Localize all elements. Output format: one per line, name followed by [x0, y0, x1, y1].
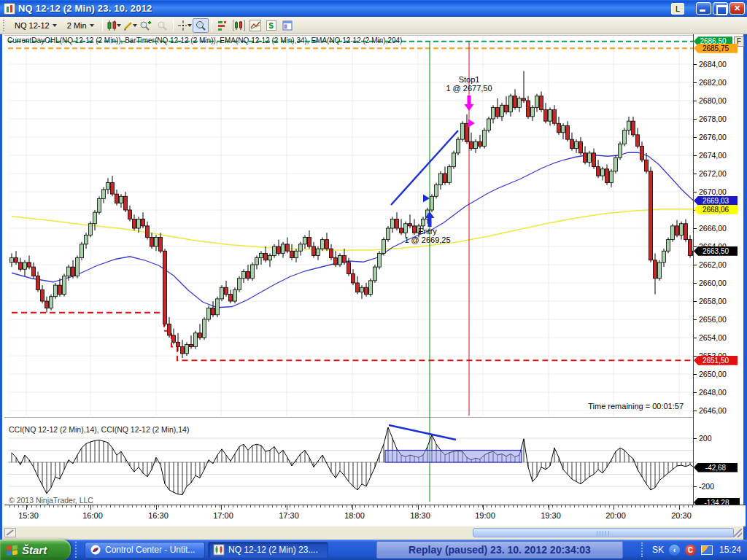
- time-axis[interactable]: 15:3016:0016:3017:0017:3018:0018:3019:00…: [4, 505, 746, 526]
- time-tick-label: 20:00: [600, 511, 632, 520]
- axis-tick-label: 2674,00: [699, 151, 727, 160]
- price-axis[interactable]: F 2684,002682,002680,002678,002676,00267…: [693, 34, 743, 526]
- chevron-down-icon: [117, 24, 121, 27]
- axis-tick: [694, 356, 697, 357]
- axis-tick-label: 2646,00: [699, 406, 727, 415]
- axis-tick-label: 200: [699, 434, 712, 443]
- tray-image-icon[interactable]: [701, 545, 713, 555]
- axis-tick: [694, 246, 697, 247]
- minimize-button[interactable]: [696, 2, 711, 15]
- horizontal-scrollbar-thumb[interactable]: [473, 528, 734, 537]
- axis-tick-label: 2658,00: [699, 297, 727, 306]
- chart-app-icon: [4, 3, 15, 15]
- time-major-tick: [90, 505, 91, 510]
- task-button-label: Control Center - Untit...: [105, 545, 195, 555]
- start-button[interactable]: Štart: [0, 540, 71, 560]
- control-center-button[interactable]: [279, 18, 295, 33]
- last-price-tag: 2663,50: [694, 246, 738, 256]
- maximize-button[interactable]: [713, 2, 728, 15]
- tray-divider: [641, 542, 647, 557]
- bar-timer-label: Time remaining = 00:01:57: [588, 402, 684, 411]
- axis-tick: [694, 82, 697, 83]
- axis-tick-label: 2648,00: [699, 388, 727, 397]
- axis-tick-label: 2684,00: [699, 60, 727, 69]
- cursor-mode-button[interactable]: [177, 18, 193, 33]
- replay-status-text: Replay (paused) 23. 10. 2012 20:34:03: [409, 544, 591, 556]
- chevron-down-icon: [133, 24, 137, 27]
- bottom-strip: [0, 526, 747, 540]
- zoom-out-button[interactable]: [154, 18, 170, 33]
- stop-detail: 1 @ 2677,50: [422, 84, 516, 93]
- stop-annotation: Stop1 1 @ 2677,50: [422, 75, 516, 93]
- chart-app-icon: [213, 544, 225, 556]
- axis-tick-label: 2680,00: [699, 96, 727, 105]
- start-label: Štart: [22, 544, 47, 556]
- cci-panel-indicator-label: CCI(NQ 12-12 (2 Min),14), CCI(NQ 12-12 (…: [9, 425, 189, 434]
- axis-tick-label: 2650,00: [699, 370, 727, 378]
- entry-annotation: Entry 1 @ 2669,25: [380, 227, 475, 244]
- replay-status-bar[interactable]: Replay (paused) 23. 10. 2012 20:34:03: [376, 541, 623, 559]
- instrument-dropdown[interactable]: NQ 12-12: [9, 19, 62, 32]
- close-button[interactable]: ✕: [729, 2, 745, 15]
- taskbar-clock: 15:24: [719, 545, 741, 555]
- axis-tick: [694, 486, 697, 487]
- link-button[interactable]: L: [671, 3, 684, 15]
- chart-style-button[interactable]: [106, 18, 122, 33]
- tray-app-icon[interactable]: C: [685, 545, 696, 556]
- chart-toolbar: NQ 12-12 2 Min: [0, 17, 747, 34]
- hide-icons-chevron[interactable]: ‹: [669, 545, 680, 556]
- axis-tick: [694, 155, 697, 156]
- drawing-tools-button[interactable]: [122, 18, 138, 33]
- chart-area[interactable]: CurrentDayOHL(NQ 12-12 (2 Min)), BarTime…: [0, 34, 747, 540]
- axis-tick: [694, 411, 697, 411]
- data-box-button[interactable]: [193, 18, 209, 33]
- pencil-icon: [5, 529, 15, 537]
- account-data-button[interactable]: $: [263, 18, 279, 33]
- axis-tick: [694, 137, 697, 138]
- chart-canvas[interactable]: [4, 35, 695, 505]
- ninjatrader-chart-window: NQ 12-12 (2 Min) 23. 10. 2012 L ✕ NQ 12-…: [0, 0, 747, 560]
- toolbar-grip[interactable]: [3, 20, 7, 31]
- candlestick-icon: [107, 20, 116, 31]
- period-label: 2 Min: [67, 21, 87, 30]
- axis-tick-label: 2678,00: [699, 114, 727, 123]
- task-button-chart[interactable]: NQ 12-12 (2 Min) 23....: [208, 542, 328, 559]
- magnifier-icon: [195, 20, 206, 31]
- axis-tick: [694, 338, 697, 338]
- pencil-icon: [123, 20, 132, 31]
- task-button-control-center[interactable]: Control Center - Untit...: [85, 542, 205, 559]
- time-major-tick: [614, 505, 614, 510]
- axis-tick: [694, 174, 697, 174]
- time-tick-label: 19:00: [469, 511, 501, 520]
- window-title: NQ 12-12 (2 Min) 23. 10. 2012: [18, 3, 152, 14]
- language-indicator[interactable]: SK: [652, 545, 664, 555]
- axis-tick: [694, 301, 697, 302]
- zoom-in-icon: [139, 20, 152, 31]
- price-panel-indicator-label: CurrentDayOHL(NQ 12-12 (2 Min)), BarTime…: [7, 36, 402, 44]
- axis-tick-label: 2656,00: [699, 315, 727, 324]
- chevron-down-icon: [53, 24, 57, 27]
- cci-value-tag: -42,68: [694, 463, 738, 472]
- axis-tick: [694, 192, 697, 192]
- resize-grip[interactable]: [733, 529, 742, 537]
- axis-tick-label: 2670,00: [699, 187, 727, 196]
- zoom-in-button[interactable]: [138, 18, 154, 33]
- taskbar: Štart Control Center - Untit... NQ 12-12…: [0, 540, 747, 560]
- axis-tick-label: 2672,00: [699, 169, 727, 178]
- chart-trader-button[interactable]: [247, 18, 263, 33]
- time-tick-label: 16:00: [77, 511, 109, 520]
- time-major-tick: [549, 505, 549, 510]
- crosshair-icon: [177, 20, 187, 31]
- market-analyzer-button[interactable]: [215, 18, 231, 33]
- titlebar[interactable]: NQ 12-12 (2 Min) 23. 10. 2012 L ✕: [0, 0, 747, 17]
- axis-tick: [694, 319, 697, 320]
- new-chart-button[interactable]: [231, 18, 247, 33]
- time-major-tick: [156, 505, 157, 510]
- axis-tick: [694, 119, 697, 120]
- mini-chart-icon: [233, 20, 245, 31]
- axis-tick: [694, 228, 697, 229]
- taskbar-divider: [75, 542, 82, 558]
- period-dropdown[interactable]: 2 Min: [62, 19, 99, 32]
- axis-tick: [694, 64, 697, 65]
- bottom-left-mini-button[interactable]: [4, 528, 16, 537]
